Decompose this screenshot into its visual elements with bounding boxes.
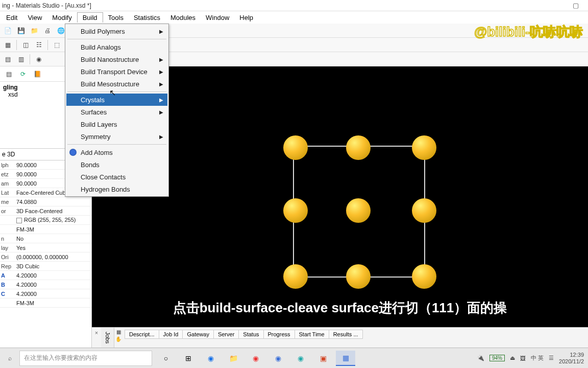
jobs-column-header[interactable]: Progress	[263, 330, 295, 339]
explorer-icon[interactable]: 📁	[224, 351, 243, 366]
title-bar: ing - Materials Studio - [Au.xsd *] ▢	[0, 0, 588, 11]
menu-item-build-nanostructure[interactable]: Build Nanostructure▶	[66, 53, 167, 65]
powerpoint-icon[interactable]: ▣	[313, 351, 333, 366]
jobs-tab[interactable]: Jobs	[101, 328, 114, 348]
menu-modules[interactable]: Modules	[165, 13, 201, 22]
tray-icon[interactable]: ☰	[549, 355, 554, 361]
tool-icon[interactable]: ◫	[20, 39, 31, 51]
tool-icon[interactable]: ▦	[114, 329, 122, 335]
search-input[interactable]: 在这里输入你要搜索的内容	[19, 351, 152, 366]
menu-item-build-analogs[interactable]: Build Analogs	[66, 41, 167, 53]
refresh-icon[interactable]: ⟳	[17, 68, 29, 80]
atom[interactable]	[346, 264, 371, 289]
jobs-column-header[interactable]: Job Id	[159, 330, 183, 339]
close-icon[interactable]: ×	[92, 328, 101, 348]
property-row[interactable]: Ori(0.000000, 0.000000	[0, 252, 91, 262]
filter-icon[interactable]: ▤	[3, 68, 14, 80]
menu-bar: Edit View Modify Build Tools Statistics …	[0, 11, 588, 24]
menu-item-bonds[interactable]: Bonds	[66, 158, 167, 171]
jobs-column-header[interactable]: Gateway	[182, 330, 213, 339]
taskview-icon[interactable]: ⊞	[179, 351, 198, 366]
tray-icon[interactable]: ⏏	[510, 355, 515, 361]
atom[interactable]	[283, 264, 308, 289]
atom[interactable]	[412, 264, 436, 289]
property-row[interactable]: nNo	[0, 234, 91, 243]
jobs-column-header[interactable]: Results ...	[329, 330, 363, 339]
window-title: ing - Materials Studio - [Au.xsd *]	[2, 2, 91, 9]
tool-icon[interactable]: ☷	[33, 39, 44, 51]
jobs-column-header[interactable]: Start Time	[295, 330, 329, 339]
menu-item-crystals[interactable]: Crystals▶	[66, 94, 167, 106]
tool-icon[interactable]: ▥	[15, 54, 27, 65]
menu-build[interactable]: Build	[77, 12, 103, 22]
book-icon[interactable]: 📙	[32, 68, 43, 80]
tool-icon[interactable]: ▤	[2, 54, 13, 65]
menu-item-build-transport-device[interactable]: Build Transport Device▶	[66, 65, 167, 78]
property-row[interactable]: C4.20000	[0, 289, 91, 298]
menu-window[interactable]: Window	[201, 13, 234, 22]
watermark: @bilibili-吭哧吭哧	[474, 23, 583, 41]
atom[interactable]	[412, 135, 436, 160]
power-icon[interactable]: 🔌	[477, 355, 484, 361]
atom[interactable]	[346, 198, 371, 223]
menu-item-add-atoms[interactable]: Add Atoms	[66, 146, 167, 158]
menu-item-close-contacts[interactable]: Close Contacts	[66, 171, 167, 183]
menu-view[interactable]: View	[22, 13, 47, 22]
property-row[interactable]: Rep3D Cubic	[0, 262, 91, 271]
jobs-column-header[interactable]: Server	[213, 330, 239, 339]
print-icon[interactable]: 🖨	[42, 25, 53, 36]
taskbar: ⌕ 在这里输入你要搜索的内容 ○ ⊞ ◉ 📁 ◉ ◉ ◉ ▣ ▦ 🔌 94% ⏏…	[0, 348, 588, 368]
atom[interactable]	[412, 198, 436, 223]
materials-studio-icon[interactable]: ▦	[336, 351, 355, 366]
new-icon[interactable]: 📄	[2, 25, 13, 36]
search-placeholder: 在这里输入你要搜索的内容	[24, 354, 97, 362]
search-icon[interactable]: ⌕	[4, 353, 15, 364]
menu-item-build-mesostructure[interactable]: Build Mesostructure▶	[66, 78, 167, 90]
menu-item-hydrogen-bonds[interactable]: Hydrogen Bonds	[66, 183, 167, 195]
ime-indicator[interactable]: 中 英	[531, 354, 544, 362]
maximize-icon[interactable]: ▢	[566, 2, 586, 9]
menu-modify[interactable]: Modify	[47, 13, 77, 22]
tool-icon[interactable]: ▦	[2, 39, 13, 51]
battery-indicator[interactable]: 94%	[489, 355, 505, 361]
jobs-header: Descript...Job IdGatewayServerStatusProg…	[125, 328, 588, 348]
atom[interactable]	[283, 198, 308, 223]
folder-icon[interactable]: 📁	[29, 25, 40, 36]
atom[interactable]	[346, 135, 371, 160]
property-row[interactable]: me74.0880	[0, 197, 91, 206]
tray-icon[interactable]: 🖼	[520, 355, 526, 361]
save-icon[interactable]: 💾	[15, 25, 27, 36]
menu-help[interactable]: Help	[234, 13, 258, 22]
jobs-column-header[interactable]: Status	[238, 330, 263, 339]
property-row[interactable]: B4.20000	[0, 280, 91, 289]
property-row[interactable]: RGB (255, 255, 255)	[0, 216, 91, 225]
property-row[interactable]: layYes	[0, 243, 91, 252]
app-icon[interactable]: ◉	[291, 351, 310, 366]
property-row[interactable]: FM-3M	[0, 298, 91, 308]
property-row[interactable]: or3D Face-Centered	[0, 206, 91, 216]
menu-item-symmetry[interactable]: Symmetry▶	[66, 130, 167, 143]
menu-tools[interactable]: Tools	[103, 13, 129, 22]
menu-edit[interactable]: Edit	[1, 13, 22, 22]
tool-icon[interactable]: ◉	[33, 54, 44, 65]
property-row[interactable]: FM-3M	[0, 225, 91, 234]
jobs-panel: × Jobs ▦ ✋ Descript...Job IdGatewayServe…	[92, 327, 588, 348]
property-row[interactable]: A4.20000	[0, 271, 91, 280]
menu-item-build-polymers[interactable]: Build Polymers▶	[66, 25, 167, 37]
tool-icon[interactable]: ⬚	[51, 39, 62, 51]
caption-text: 点击build-surface-cleave surface进行切（111）面的…	[173, 299, 507, 317]
menu-item-surfaces[interactable]: Surfaces▶	[66, 106, 167, 118]
app-icon[interactable]: ◉	[246, 351, 265, 366]
hand-icon[interactable]: ✋	[114, 336, 122, 342]
menu-statistics[interactable]: Statistics	[129, 13, 165, 22]
cursor-icon: ↖	[109, 88, 116, 98]
edge-icon[interactable]: ◉	[201, 351, 220, 366]
build-dropdown: Build Polymers▶Build AnalogsBuild Nanost…	[65, 24, 169, 197]
jobs-column-header[interactable]: Descript...	[125, 330, 159, 339]
menu-item-build-layers[interactable]: Build Layers	[66, 118, 167, 130]
app-icon[interactable]: ◉	[268, 351, 288, 366]
cortana-icon[interactable]: ○	[156, 351, 176, 366]
clock[interactable]: 12:39 2020/11/2	[559, 352, 584, 364]
atom[interactable]	[283, 135, 308, 160]
